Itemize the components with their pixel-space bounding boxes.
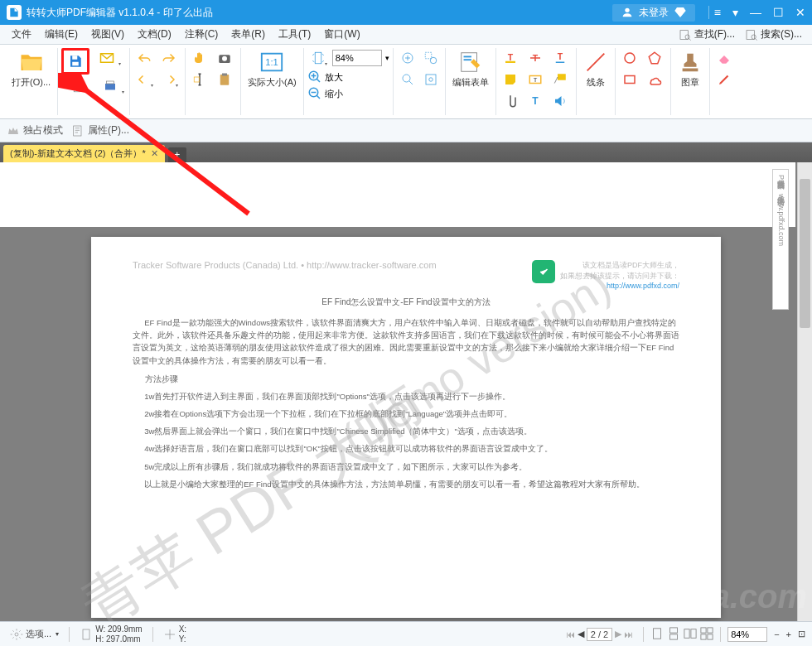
svg-rect-5 <box>72 55 77 60</box>
svg-rect-38 <box>558 74 566 80</box>
select-tool-button[interactable] <box>189 70 210 89</box>
pdf-badge-icon <box>532 260 555 283</box>
continuous-button[interactable] <box>667 627 680 642</box>
print-button[interactable]: ▾ <box>61 76 93 96</box>
document-tab[interactable]: (复制)-新建文本文档 (2)（合并）* ✕ <box>3 145 165 162</box>
line-icon <box>583 50 608 75</box>
audio-button[interactable] <box>549 91 571 111</box>
strikethrough-button[interactable]: T <box>524 48 546 68</box>
underline-button[interactable]: T <box>549 48 571 68</box>
open-button[interactable]: 打开(O)... <box>8 48 54 90</box>
document-tab-bar: (复制)-新建文本文档 (2)（合并）* ✕ + <box>0 142 812 162</box>
stamp-button[interactable]: 图章 <box>674 48 706 90</box>
save-icon <box>68 54 83 69</box>
user-login-button[interactable]: 未登录 <box>612 4 695 22</box>
facing-button[interactable] <box>684 627 697 642</box>
edit-form-button[interactable]: 编辑表单 <box>449 48 492 90</box>
svg-point-2 <box>685 35 689 39</box>
menu-form[interactable]: 表单(R) <box>225 25 272 44</box>
view-mode-buttons <box>650 627 713 642</box>
exclusive-mode-button[interactable]: 独占模式 <box>7 123 63 137</box>
menu-window[interactable]: 窗口(W) <box>317 25 366 44</box>
snapshot-button[interactable] <box>214 48 235 68</box>
attach-button[interactable] <box>500 91 521 111</box>
cloud-icon <box>647 72 662 87</box>
next-page-button[interactable]: ▶ <box>615 629 621 639</box>
callout-button[interactable] <box>549 70 571 89</box>
add-tab-button[interactable]: + <box>168 147 186 162</box>
loupe-button[interactable] <box>397 70 418 89</box>
maximize-button[interactable]: ☐ <box>773 6 784 19</box>
options-button[interactable]: 选项...▾ <box>7 628 62 641</box>
svg-rect-50 <box>684 629 689 638</box>
note-button[interactable] <box>500 70 521 89</box>
zoom-out-button[interactable]: 缩小 <box>307 86 343 101</box>
polygon-icon <box>647 51 662 65</box>
save-button[interactable] <box>65 51 86 71</box>
rect-button[interactable] <box>619 70 640 89</box>
pencil-button[interactable] <box>713 70 735 89</box>
minimize-button[interactable]: — <box>750 6 761 19</box>
eraser-icon <box>717 51 732 65</box>
tab-close-button[interactable]: ✕ <box>151 148 158 159</box>
pan-zoom-button[interactable] <box>420 70 442 89</box>
scan-button[interactable]: ▾ <box>94 76 126 96</box>
menu-view[interactable]: 视图(V) <box>85 25 131 44</box>
svg-rect-54 <box>701 634 706 639</box>
status-zoom-out[interactable]: − <box>774 629 779 639</box>
text-tool-button[interactable]: T <box>524 91 546 111</box>
svg-text:T: T <box>508 52 514 62</box>
lines-button[interactable]: 线条 <box>580 48 611 90</box>
clipboard-button[interactable] <box>214 70 235 89</box>
eraser-button[interactable] <box>713 48 735 68</box>
secondary-toolbar: 独占模式 属性(P)... <box>0 119 812 142</box>
status-zoom-input[interactable] <box>727 627 767 642</box>
properties-button[interactable]: 属性(P)... <box>71 123 129 137</box>
menu-file[interactable]: 文件 <box>5 25 38 44</box>
textbox-button[interactable]: T <box>524 70 546 89</box>
vertical-scrollbar[interactable] <box>797 162 812 621</box>
polygon-button[interactable] <box>644 48 665 68</box>
page-indicator[interactable]: 2 / 2 <box>587 628 612 641</box>
redo-button[interactable] <box>158 48 180 68</box>
menu-edit[interactable]: 编辑(E) <box>38 25 85 44</box>
svg-rect-47 <box>654 628 661 638</box>
status-zoom-in[interactable]: + <box>786 629 791 639</box>
close-button[interactable]: ✕ <box>795 6 805 19</box>
dropdown-icon[interactable]: ▾ <box>732 6 738 19</box>
menu-comment[interactable]: 注释(C) <box>178 25 225 44</box>
sticky-note-annotation[interactable]: 该文档由迅读PDF生成 请访问 www.pdfxd.com <box>772 169 789 310</box>
hand-tool-button[interactable] <box>189 48 210 68</box>
doc-para: EF Find是一款功能强大的Windows搜索软件，该软件界面清爽大方，用户在… <box>133 316 679 367</box>
redo-dropdown[interactable]: ▾ <box>158 70 180 89</box>
undo-button[interactable] <box>133 48 155 68</box>
circle-button[interactable] <box>619 48 640 68</box>
find-button[interactable]: 查找(F)... <box>674 26 740 43</box>
menu-document[interactable]: 文档(D) <box>131 25 178 44</box>
single-page-button[interactable] <box>650 627 664 642</box>
fit-page-button[interactable]: ▾ <box>307 48 329 68</box>
first-page-button[interactable]: ⏮ <box>566 629 575 639</box>
menu-icon[interactable]: ≡ <box>714 6 721 19</box>
page-nav: ⏮ ◀ 2 / 2 ▶ ⏭ <box>563 628 636 641</box>
region-zoom-button[interactable] <box>420 48 442 68</box>
status-fit-button[interactable]: ⊡ <box>798 629 805 639</box>
scrollbar-thumb[interactable] <box>800 179 810 328</box>
highlight-button[interactable]: T <box>500 48 521 68</box>
svg-rect-46 <box>83 629 89 639</box>
actual-size-button[interactable]: 1:1 实际大小(A) <box>244 48 300 90</box>
svg-text:1:1: 1:1 <box>266 57 279 67</box>
zoom-input[interactable] <box>332 50 382 66</box>
prev-page-button[interactable]: ◀ <box>578 629 584 639</box>
menu-tools[interactable]: 工具(T) <box>272 25 317 44</box>
find-icon <box>679 28 692 41</box>
zoom-marquee-button[interactable] <box>397 48 418 68</box>
last-page-button[interactable]: ⏭ <box>624 629 633 639</box>
search-button[interactable]: 搜索(S)... <box>740 26 807 43</box>
undo-dropdown[interactable]: ▾ <box>133 70 155 89</box>
facing-cont-button[interactable] <box>700 627 713 642</box>
zoom-in-button[interactable]: 放大 <box>307 70 343 84</box>
svg-point-40 <box>625 53 635 63</box>
cloud-button[interactable] <box>644 70 665 89</box>
mail-button[interactable]: ▾ <box>91 48 123 68</box>
